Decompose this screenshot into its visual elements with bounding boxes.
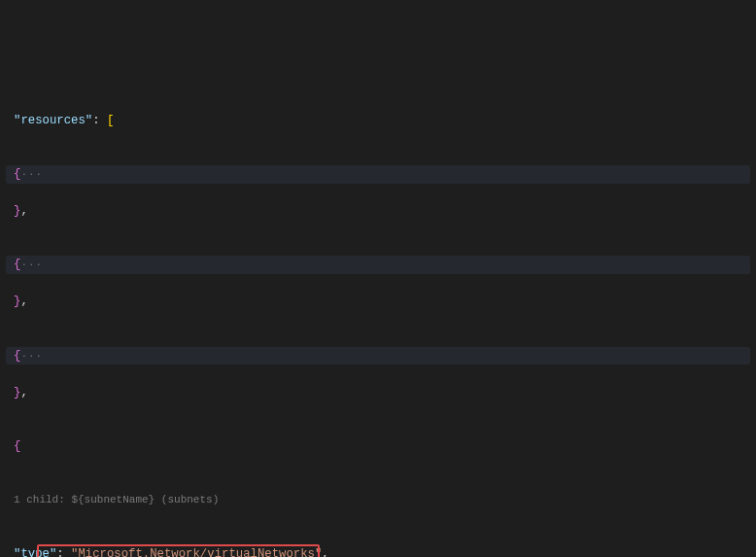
fold-dots-icon[interactable]: ···	[20, 257, 43, 273]
code-line-type[interactable]: "type": "Microsoft.Network/virtualNetwor…	[0, 545, 756, 557]
code-line[interactable]: "resources": [	[0, 112, 756, 130]
code-editor[interactable]: "resources": [ {··· }, {··· }, {··· }, {…	[0, 72, 756, 557]
folded-region[interactable]: {···	[6, 347, 750, 366]
folded-region[interactable]: {···	[6, 256, 750, 274]
codelens-hint[interactable]: 1 child: ${subnetName} (subnets)	[0, 491, 756, 509]
code-line[interactable]: },	[0, 384, 756, 402]
code-line[interactable]: },	[0, 293, 756, 311]
json-key: "resources"	[14, 112, 92, 129]
code-line[interactable]: {	[0, 437, 756, 456]
fold-dots-icon[interactable]: ···	[20, 348, 43, 365]
code-line[interactable]: },	[0, 202, 756, 221]
fold-dots-icon[interactable]: ···	[20, 166, 43, 183]
folded-region[interactable]: {···	[6, 165, 750, 184]
